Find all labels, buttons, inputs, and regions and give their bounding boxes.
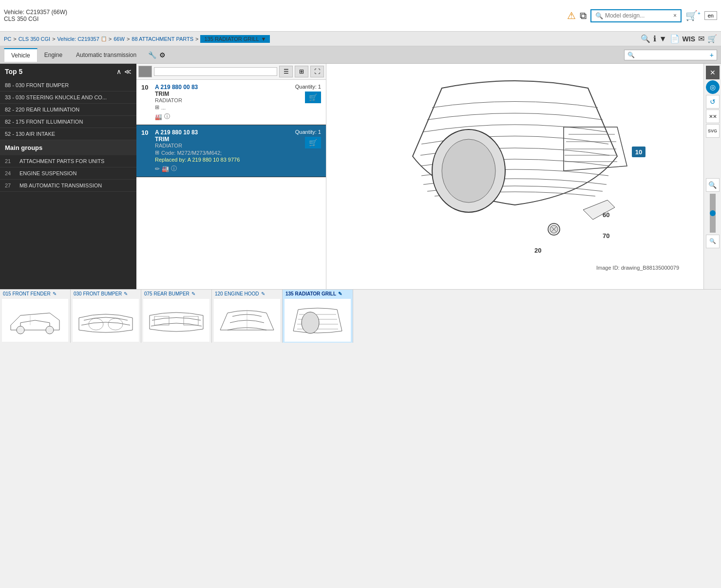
document-icon[interactable]: 📄: [670, 34, 680, 43]
top5-item-4[interactable]: 52 - 130 AIR INTAKE: [0, 128, 136, 140]
part-name: TRIM: [155, 91, 291, 97]
model-search-input[interactable]: [605, 12, 673, 19]
factory-icon[interactable]: 🏭: [155, 113, 162, 120]
thumbnail-2[interactable]: 075 REAR BUMPER ✎: [141, 290, 212, 343]
groups-list: 21ATTACHMENT PARTS FOR UNITS24ENGINE SUS…: [0, 155, 136, 192]
breadcrumb-66w[interactable]: 66W: [114, 36, 125, 42]
edit-icon[interactable]: ✏: [155, 165, 160, 172]
close-diagram-btn[interactable]: ✕: [706, 66, 720, 79]
breadcrumb-current-label: 135 RADIATOR GRILL: [204, 36, 259, 42]
info-icon[interactable]: ℹ: [653, 34, 656, 43]
group-item-1[interactable]: 24ENGINE SUSPENSION: [0, 167, 136, 180]
top5-controls: ∧ ≪: [116, 68, 132, 75]
info-icon[interactable]: ⓘ: [164, 112, 170, 121]
factory-icon[interactable]: 🏭: [162, 165, 169, 172]
header-left: Vehicle: C219357 (66W) CLS 350 CGI: [4, 9, 67, 22]
cart-icon[interactable]: 🛒+: [685, 10, 701, 21]
thumb-edit-icon-3[interactable]: ✎: [261, 291, 265, 296]
parts-panel: ☰ ⊞ ⛶ 10 A 219 880 00 83 TRIM RADIATOR ⊞…: [136, 64, 326, 289]
svg-btn[interactable]: SVG: [706, 124, 720, 138]
thumb-edit-icon-1[interactable]: ✎: [124, 291, 128, 296]
group-item-2[interactable]: 27MB AUTOMATIC TRANSMISSION: [0, 180, 136, 192]
top5-item-0[interactable]: 88 - 030 FRONT BUMPER: [0, 79, 136, 92]
tab-search-input[interactable]: [635, 52, 708, 58]
svg-point-1: [442, 139, 495, 202]
info-icon[interactable]: ⓘ: [171, 165, 177, 173]
thumbnail-0[interactable]: 015 FRONT FENDER ✎: [0, 290, 71, 343]
gear-icon[interactable]: ⚙: [159, 51, 166, 59]
thumbnail-4[interactable]: 135 RADIATOR GRILL ✎: [283, 290, 353, 343]
add-to-cart-btn[interactable]: 🛒: [305, 137, 321, 148]
top5-item-3[interactable]: 82 - 175 FRONT ILLUMINATION: [0, 116, 136, 128]
zoom-in-icon[interactable]: 🔍: [641, 34, 650, 43]
part-code-info: ⊞ ...: [155, 104, 291, 110]
thumbnail-3[interactable]: 120 ENGINE HOOD ✎: [212, 290, 283, 343]
add-to-cart-btn[interactable]: 🛒: [305, 92, 321, 103]
grid-icon: ⊞: [155, 104, 159, 110]
part-pos: 10: [141, 129, 151, 136]
part-item-1[interactable]: 10 A 219 880 10 83 TRIM RADIATOR ⊞ Code:…: [136, 125, 326, 177]
wrench-icon[interactable]: 🔧: [148, 51, 156, 59]
parts-color-btn[interactable]: [138, 66, 152, 77]
cart-breadcrumb-icon[interactable]: 🛒: [707, 34, 717, 43]
compare-btn[interactable]: ✕✕: [706, 110, 720, 123]
top5-expand[interactable]: ≪: [124, 68, 132, 75]
parts-grid-view[interactable]: ⊞: [295, 66, 308, 77]
search-clear-icon[interactable]: ×: [673, 12, 677, 19]
breadcrumb-pc[interactable]: PC: [4, 36, 11, 42]
part-sub: RADIATOR: [155, 97, 291, 103]
breadcrumb-88[interactable]: 88 ATTACHMENT PARTS: [132, 36, 193, 42]
tab-automatic-transmission[interactable]: Automatic transmission: [69, 49, 143, 61]
top5-item-2[interactable]: 82 - 220 REAR ILLUMINATION: [0, 104, 136, 116]
thumb-img-2: [143, 299, 209, 342]
diagram-panel: 20 60 70 10 Image ID: drawing_B881350000…: [326, 64, 703, 289]
parts-search-input[interactable]: [154, 67, 277, 76]
filter-icon[interactable]: ▼: [659, 35, 667, 43]
wis-icon[interactable]: WIS: [683, 35, 695, 43]
thumb-label-3: 120 ENGINE HOOD ✎: [212, 290, 282, 298]
breadcrumb-vehicle[interactable]: Vehicle: C219357 📋: [57, 36, 107, 42]
zoom-out-btn[interactable]: 🔍: [706, 235, 720, 248]
tab-vehicle[interactable]: Vehicle: [4, 48, 38, 62]
badge-10: 10: [635, 148, 642, 156]
part-pos: 10: [141, 84, 151, 91]
thumb-edit-icon-2[interactable]: ✎: [191, 291, 195, 296]
zoom-slider[interactable]: [712, 194, 714, 233]
group-item-0[interactable]: 21ATTACHMENT PARTS FOR UNITS: [0, 155, 136, 167]
parts-fullscreen[interactable]: ⛶: [310, 66, 324, 77]
thumb-label-2: 075 REAR BUMPER ✎: [141, 290, 211, 298]
top5-item-1[interactable]: 33 - 030 STEERING KNUCKLE AND CO...: [0, 92, 136, 104]
history-btn[interactable]: ↺: [706, 95, 720, 109]
parts-list-view[interactable]: ☰: [279, 66, 293, 77]
thumb-img-0: [2, 299, 68, 342]
breadcrumb-cls[interactable]: CLS 350 CGI: [19, 36, 50, 42]
mail-icon[interactable]: ✉: [698, 34, 704, 43]
code-info-text: ...: [161, 105, 166, 110]
part-item-0[interactable]: 10 A 219 880 00 83 TRIM RADIATOR ⊞ ... 🏭…: [136, 80, 326, 125]
thumb-edit-icon-4[interactable]: ✎: [338, 291, 342, 296]
part-code-info: ⊞ Code: M272/M273/M642;: [155, 149, 291, 156]
copy-icon[interactable]: ⧉: [580, 10, 587, 21]
bottom-thumbnails: 015 FRONT FENDER ✎ 030 FRONT BUMPER ✎ 07…: [0, 289, 721, 343]
lang-selector[interactable]: en: [704, 11, 717, 20]
circle-view-btn[interactable]: ◎: [706, 80, 720, 94]
sidebar: Top 5 ∧ ≪ 88 - 030 FRONT BUMPER33 - 030 …: [0, 64, 136, 289]
group-label: MB AUTOMATIC TRANSMISSION: [19, 183, 102, 188]
part-code: A 219 880 10 83: [155, 129, 291, 136]
top5-header: Top 5 ∧ ≪: [0, 64, 136, 79]
breadcrumb-current[interactable]: 135 RADIATOR GRILL ▼: [200, 35, 270, 43]
warning-icon[interactable]: ⚠: [567, 10, 576, 21]
tab-search-add[interactable]: +: [710, 51, 714, 59]
tab-engine[interactable]: Engine: [38, 49, 69, 61]
thumb-edit-icon-0[interactable]: ✎: [53, 291, 57, 296]
replaced-by: Replaced by: A 219 880 10 83 9776: [155, 157, 291, 163]
tab-icons: 🔧 ⚙: [148, 51, 166, 59]
main-groups-title: Main groups: [0, 140, 136, 155]
zoom-in-btn[interactable]: 🔍: [706, 178, 720, 192]
thumbnail-1[interactable]: 030 FRONT BUMPER ✎: [71, 290, 141, 343]
group-label: ENGINE SUSPENSION: [19, 170, 76, 176]
top5-collapse[interactable]: ∧: [116, 68, 121, 75]
search-box: 🔍 ×: [590, 9, 682, 22]
parts-list: 10 A 219 880 00 83 TRIM RADIATOR ⊞ ... 🏭…: [136, 80, 326, 289]
svg-point-7: [17, 326, 24, 334]
